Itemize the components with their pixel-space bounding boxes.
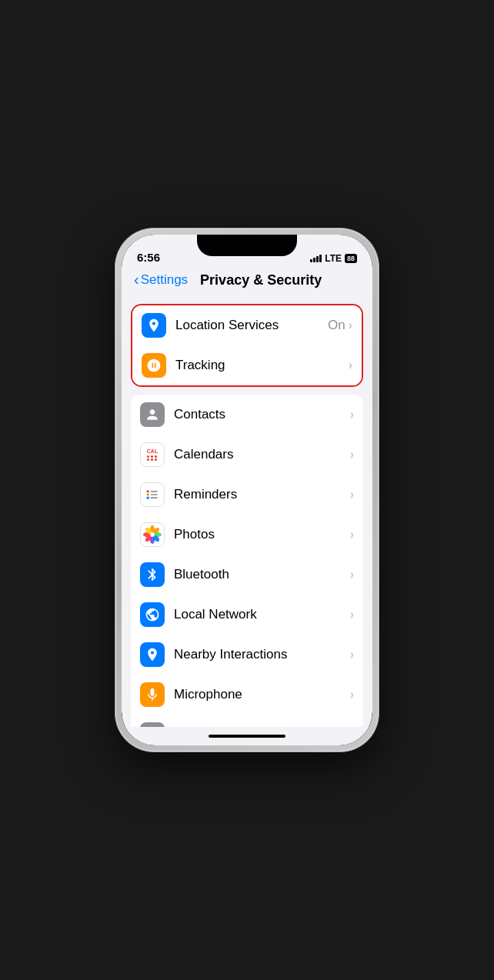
top-section: Location Services On › Tracking ›	[131, 304, 363, 387]
bluetooth-label: Bluetooth	[174, 567, 350, 582]
home-bar	[122, 727, 372, 745]
microphone-chevron-icon: ›	[350, 688, 354, 702]
nearby-icon	[140, 642, 165, 667]
signal-bar-1	[310, 259, 312, 262]
permissions-section: Contacts › CAL	[131, 395, 363, 727]
status-right: LTE 88	[310, 253, 357, 264]
local-network-item[interactable]: Local Network ›	[131, 595, 363, 635]
contacts-chevron-icon: ›	[350, 408, 354, 422]
signal-bar-3	[316, 256, 319, 262]
speech-recognition-item[interactable]: Speech Recognition ›	[131, 715, 363, 727]
status-bar: 6:56 LTE 88	[122, 235, 372, 268]
screen: 6:56 LTE 88 ‹ Settings	[122, 235, 372, 745]
svg-point-0	[147, 490, 149, 492]
nearby-interactions-chevron-icon: ›	[350, 648, 354, 662]
photos-chevron-icon: ›	[350, 528, 354, 542]
svg-rect-4	[151, 494, 158, 495]
tracking-item[interactable]: Tracking ›	[132, 345, 362, 385]
microphone-item[interactable]: Microphone ›	[131, 675, 363, 715]
location-services-value: On	[328, 318, 345, 333]
location-icon	[142, 313, 166, 338]
contacts-label: Contacts	[174, 407, 350, 422]
signal-bar-4	[319, 255, 322, 262]
tracking-chevron-icon: ›	[349, 358, 352, 372]
nearby-interactions-item[interactable]: Nearby Interactions ›	[131, 635, 363, 675]
nav-bar: ‹ Settings Privacy & Security	[122, 268, 372, 295]
home-indicator	[209, 735, 285, 738]
location-services-item[interactable]: Location Services On ›	[132, 305, 362, 345]
svg-rect-3	[151, 491, 158, 492]
bluetooth-icon	[140, 562, 165, 587]
bluetooth-chevron-icon: ›	[350, 568, 354, 582]
lte-label: LTE	[325, 253, 342, 264]
back-button[interactable]: ‹ Settings	[134, 272, 188, 288]
status-time: 6:56	[137, 251, 160, 264]
photos-icon	[140, 522, 165, 547]
svg-point-14	[150, 532, 155, 537]
phone-frame: 6:56 LTE 88 ‹ Settings	[115, 228, 379, 752]
calendars-item[interactable]: CAL Calendars ›	[131, 435, 363, 475]
battery-level: 88	[345, 254, 357, 263]
nearby-interactions-label: Nearby Interactions	[174, 647, 350, 662]
back-label: Settings	[141, 272, 188, 288]
tracking-icon	[142, 353, 166, 378]
reminders-item[interactable]: Reminders ›	[131, 475, 363, 515]
microphone-icon	[140, 682, 165, 707]
location-chevron-icon: ›	[349, 318, 352, 332]
page-title: Privacy & Security	[200, 272, 322, 288]
calendars-label: Calendars	[174, 447, 350, 462]
signal-bar-2	[313, 258, 315, 262]
signal-bars	[310, 255, 322, 262]
location-services-label: Location Services	[175, 318, 328, 333]
svg-point-2	[147, 497, 149, 499]
back-chevron-icon: ‹	[134, 271, 139, 288]
contacts-item[interactable]: Contacts ›	[131, 395, 363, 435]
local-network-icon	[140, 602, 165, 627]
calendars-icon: CAL	[140, 442, 165, 467]
photos-item[interactable]: Photos ›	[131, 515, 363, 555]
local-network-label: Local Network	[174, 607, 350, 622]
tracking-label: Tracking	[175, 358, 349, 373]
svg-rect-5	[151, 497, 158, 498]
speech-icon	[140, 722, 165, 727]
microphone-label: Microphone	[174, 687, 350, 702]
content-scroll[interactable]: Location Services On › Tracking ›	[122, 295, 372, 727]
bluetooth-item[interactable]: Bluetooth ›	[131, 555, 363, 595]
photos-label: Photos	[174, 527, 350, 542]
svg-point-1	[147, 493, 149, 495]
local-network-chevron-icon: ›	[350, 608, 354, 622]
reminders-icon	[140, 482, 165, 507]
notch	[197, 235, 297, 256]
phone-inner: 6:56 LTE 88 ‹ Settings	[122, 235, 372, 745]
reminders-chevron-icon: ›	[350, 488, 354, 502]
calendars-chevron-icon: ›	[350, 448, 354, 462]
reminders-label: Reminders	[174, 487, 350, 502]
contacts-icon	[140, 402, 165, 427]
